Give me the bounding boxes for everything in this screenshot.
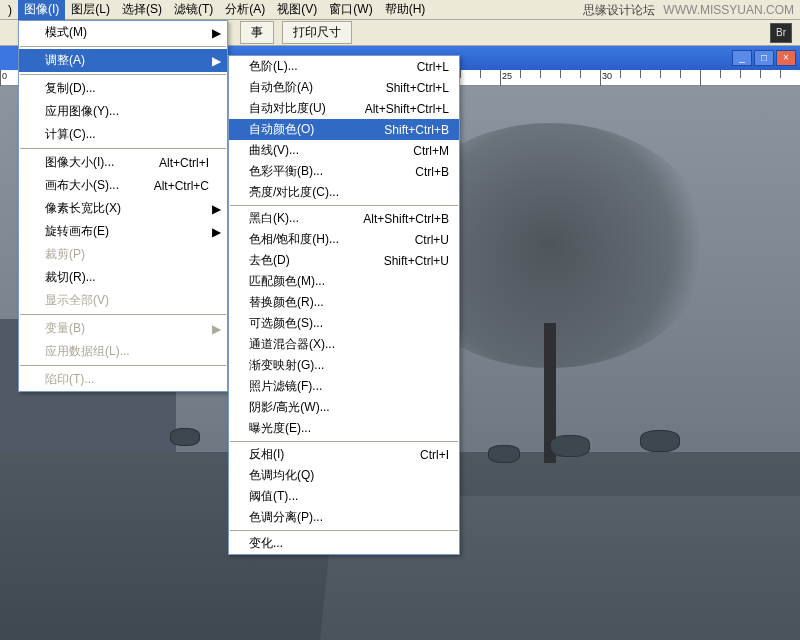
menubar-item[interactable]: 图像(I) <box>18 0 65 20</box>
menu-item-shortcut: Alt+Ctrl+I <box>143 156 209 170</box>
street-sign <box>550 435 590 457</box>
menubar-item[interactable]: 滤镜(T) <box>168 0 219 20</box>
menu-item[interactable]: 自动颜色(O)Shift+Ctrl+B <box>229 119 459 140</box>
menu-item[interactable]: 调整(A)▶ <box>19 49 227 72</box>
bridge-button[interactable]: Br <box>770 23 792 43</box>
menu-item-label: 应用图像(Y)... <box>45 103 119 120</box>
menu-item-label: 像素长宽比(X) <box>45 200 121 217</box>
menu-item-label: 应用数据组(L)... <box>45 343 130 360</box>
maximize-button[interactable]: □ <box>754 50 774 66</box>
street-sign <box>640 430 680 452</box>
toolbar-button-1[interactable]: 事 <box>240 21 274 44</box>
menu-item[interactable]: 裁切(R)... <box>19 266 227 289</box>
menu-item[interactable]: 反相(I)Ctrl+I <box>229 444 459 465</box>
menu-item-label: 裁切(R)... <box>45 269 96 286</box>
close-button[interactable]: × <box>776 50 796 66</box>
menu-item[interactable]: 自动对比度(U)Alt+Shift+Ctrl+L <box>229 98 459 119</box>
menu-item-label: 色阶(L)... <box>249 58 298 75</box>
menu-separator <box>20 365 226 366</box>
menubar-item[interactable]: 窗口(W) <box>323 0 378 20</box>
menu-item-shortcut: Ctrl+I <box>408 448 449 462</box>
menu-item-label: 阈值(T)... <box>249 488 298 505</box>
titlebar-left-fragment <box>0 46 18 70</box>
menu-item-label: 自动色阶(A) <box>249 79 313 96</box>
submenu-arrow-icon: ▶ <box>212 225 221 239</box>
menu-item-shortcut: Shift+Ctrl+U <box>372 254 449 268</box>
menu-item[interactable]: 替换颜色(R)... <box>229 292 459 313</box>
menu-item-label: 复制(D)... <box>45 80 96 97</box>
menu-item[interactable]: 曝光度(E)... <box>229 418 459 439</box>
menu-separator <box>20 74 226 75</box>
menu-item-label: 色调分离(P)... <box>249 509 323 526</box>
menu-item-label: 替换颜色(R)... <box>249 294 324 311</box>
menu-separator <box>20 46 226 47</box>
menu-item[interactable]: 变化... <box>229 533 459 554</box>
menubar-item[interactable]: 视图(V) <box>271 0 323 20</box>
menu-item-label: 色相/饱和度(H)... <box>249 231 339 248</box>
menu-item-label: 变量(B) <box>45 320 85 337</box>
menu-item[interactable]: 计算(C)... <box>19 123 227 146</box>
menu-item-shortcut: Ctrl+L <box>405 60 449 74</box>
menu-item[interactable]: 旋转画布(E)▶ <box>19 220 227 243</box>
menu-item[interactable]: 自动色阶(A)Shift+Ctrl+L <box>229 77 459 98</box>
menu-item-shortcut: Shift+Ctrl+B <box>372 123 449 137</box>
menu-item[interactable]: 图像大小(I)...Alt+Ctrl+I <box>19 151 227 174</box>
submenu-arrow-icon: ▶ <box>212 202 221 216</box>
menu-item[interactable]: 画布大小(S)...Alt+Ctrl+C <box>19 174 227 197</box>
menubar-item[interactable]: ) <box>2 1 18 19</box>
menu-item[interactable]: 色彩平衡(B)...Ctrl+B <box>229 161 459 182</box>
menu-item[interactable]: 照片滤镜(F)... <box>229 376 459 397</box>
menu-item-label: 照片滤镜(F)... <box>249 378 322 395</box>
menu-item[interactable]: 渐变映射(G)... <box>229 355 459 376</box>
street-sign <box>488 445 520 463</box>
menu-item: 显示全部(V) <box>19 289 227 312</box>
menu-item[interactable]: 可选颜色(S)... <box>229 313 459 334</box>
menu-item-label: 反相(I) <box>249 446 284 463</box>
menu-item-label: 曲线(V)... <box>249 142 299 159</box>
menu-item[interactable]: 应用图像(Y)... <box>19 100 227 123</box>
menu-item[interactable]: 通道混合器(X)... <box>229 334 459 355</box>
menu-item[interactable]: 复制(D)... <box>19 77 227 100</box>
menu-item[interactable]: 模式(M)▶ <box>19 21 227 44</box>
menu-item[interactable]: 黑白(K)...Alt+Shift+Ctrl+B <box>229 208 459 229</box>
menu-item[interactable]: 阈值(T)... <box>229 486 459 507</box>
menu-item-label: 裁剪(P) <box>45 246 85 263</box>
menu-separator <box>20 148 226 149</box>
menu-item-shortcut: Alt+Ctrl+C <box>138 179 209 193</box>
menubar-item[interactable]: 帮助(H) <box>379 0 432 20</box>
menu-separator <box>230 441 458 442</box>
menubar-item[interactable]: 图层(L) <box>65 0 116 20</box>
menu-separator <box>20 314 226 315</box>
menu-item-shortcut: Ctrl+U <box>403 233 449 247</box>
submenu-arrow-icon: ▶ <box>212 322 221 336</box>
menu-item[interactable]: 色阶(L)...Ctrl+L <box>229 56 459 77</box>
toolbar-button-print-size[interactable]: 打印尺寸 <box>282 21 352 44</box>
menu-item[interactable]: 色调均化(Q) <box>229 465 459 486</box>
watermark: 思缘设计论坛WWW.MISSYUAN.COM <box>583 2 794 19</box>
menu-item: 裁剪(P) <box>19 243 227 266</box>
menu-item-label: 色调均化(Q) <box>249 467 314 484</box>
menu-item-label: 变化... <box>249 535 283 552</box>
menu-item[interactable]: 匹配颜色(M)... <box>229 271 459 292</box>
minimize-button[interactable]: _ <box>732 50 752 66</box>
menu-item-label: 画布大小(S)... <box>45 177 119 194</box>
menu-item[interactable]: 阴影/高光(W)... <box>229 397 459 418</box>
menu-item-label: 计算(C)... <box>45 126 96 143</box>
menu-item[interactable]: 色相/饱和度(H)...Ctrl+U <box>229 229 459 250</box>
menu-item-label: 亮度/对比度(C)... <box>249 184 339 201</box>
menu-item-label: 模式(M) <box>45 24 87 41</box>
menu-item[interactable]: 亮度/对比度(C)... <box>229 182 459 203</box>
image-menu-dropdown: 模式(M)▶调整(A)▶复制(D)...应用图像(Y)...计算(C)...图像… <box>18 20 228 392</box>
menu-item-label: 去色(D) <box>249 252 290 269</box>
window-buttons: _ □ × <box>732 50 796 66</box>
menu-item-label: 匹配颜色(M)... <box>249 273 325 290</box>
menu-item-label: 曝光度(E)... <box>249 420 311 437</box>
menu-item-label: 可选颜色(S)... <box>249 315 323 332</box>
menubar-item[interactable]: 分析(A) <box>219 0 271 20</box>
menu-item[interactable]: 像素长宽比(X)▶ <box>19 197 227 220</box>
menu-item[interactable]: 曲线(V)...Ctrl+M <box>229 140 459 161</box>
menu-item-label: 显示全部(V) <box>45 292 109 309</box>
menu-item[interactable]: 去色(D)Shift+Ctrl+U <box>229 250 459 271</box>
menubar-item[interactable]: 选择(S) <box>116 0 168 20</box>
menu-item[interactable]: 色调分离(P)... <box>229 507 459 528</box>
